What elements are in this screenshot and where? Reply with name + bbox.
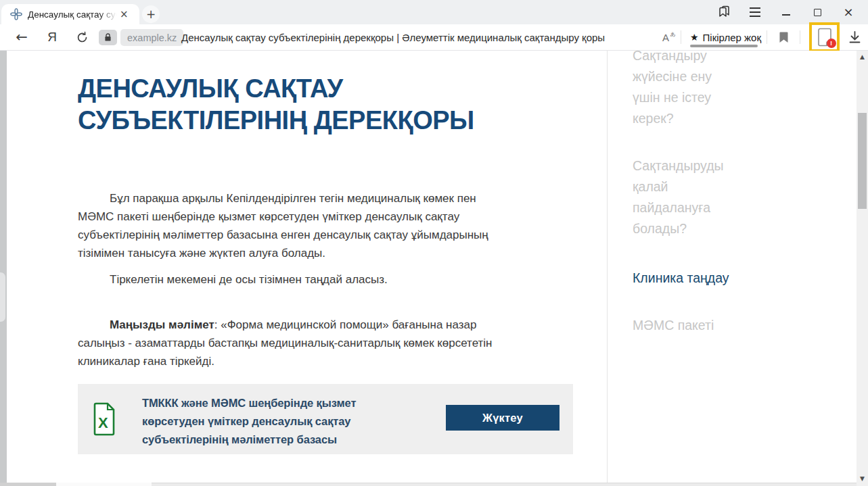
side-panel-handle[interactable] (0, 272, 5, 322)
download-button[interactable]: Жүктеу (446, 405, 559, 431)
domain-chip[interactable]: example.kz (120, 29, 183, 46)
star-icon: ★ (690, 32, 699, 43)
close-window-button[interactable]: × (833, 0, 864, 24)
scrollbar-thumb[interactable] (858, 113, 867, 209)
back-button[interactable]: ← (12, 24, 31, 50)
address-page-title[interactable]: Денсаулық сақтау субъектілерінің дерекқо… (181, 24, 605, 50)
paragraph: Бұл парақша арқылы Кепілдендірілген тегі… (78, 189, 573, 262)
sidebar-item-use-insurance[interactable]: Сақтандыруды қалай пайдалануға болады? (633, 155, 778, 239)
annotation-highlight-box: ! (809, 22, 840, 52)
site-favicon-icon (10, 8, 22, 20)
toolbar-divider (681, 30, 681, 44)
translate-icon[interactable]: Aぁ (660, 24, 678, 50)
address-toolbar: ← Я example.kz Денсаулық сақтау субъекті… (0, 24, 868, 51)
svg-text:X: X (98, 414, 108, 431)
vertical-scrollbar[interactable]: ▲ ▼ (856, 51, 868, 486)
toolbar-divider (767, 30, 767, 44)
browser-window: Денсаулық сақтау субъ × + × ← Я (0, 0, 868, 486)
sidebar-item-join-insurance[interactable]: Сақтандыру жүйесіне ену үшін не істеу ке… (633, 51, 778, 129)
downloads-icon[interactable] (844, 24, 865, 50)
page-title: ДЕНСАУЛЫҚ САҚТАУ СУБЪЕКТІЛЕРІНІҢ ДЕРЕКҚО… (78, 73, 558, 137)
alert-badge: ! (827, 39, 836, 48)
window-controls: × (708, 0, 864, 24)
bookmark-flag-icon[interactable] (774, 24, 793, 50)
excel-file-icon: X (93, 402, 116, 436)
hscrollbar-track[interactable] (152, 483, 856, 486)
page-info-icon[interactable]: ! (817, 28, 833, 47)
reviews-label: Пікірлер жоқ (703, 32, 761, 43)
browser-tab[interactable]: Денсаулық сақтау субъ × (1, 4, 139, 24)
side-panel-strip[interactable] (0, 51, 7, 483)
yandex-logo-icon[interactable]: Я (43, 24, 61, 50)
horizontal-scrollbar[interactable] (0, 483, 868, 486)
paragraph: Тіркелетін мекемені де осы тізімнен таңд… (78, 270, 573, 289)
content-divider (607, 51, 608, 483)
menu-icon[interactable] (739, 0, 771, 24)
hscrollbar-gap (56, 483, 152, 486)
download-card: X ТМККК және МӘМС шеңберінде қызмет көрс… (78, 384, 573, 454)
tab-close-icon[interactable]: × (120, 8, 129, 20)
tab-bar: Денсаулық сақтау субъ × + × (0, 0, 868, 24)
new-tab-button[interactable]: + (142, 5, 160, 23)
download-description: ТМККК және МӘМС шеңберінде қызмет көрсет… (142, 394, 413, 449)
toolbar-divider (800, 30, 800, 44)
reviews-underline (690, 45, 758, 47)
sidebar-item-mams-package[interactable]: МӘМС пакеті (633, 315, 778, 336)
refresh-icon[interactable] (73, 24, 91, 50)
scroll-up-icon[interactable]: ▲ (856, 53, 868, 60)
tab-panels-icon[interactable] (708, 0, 739, 24)
maximize-button[interactable] (802, 0, 833, 24)
tab-title: Денсаулық сақтау субъ (28, 8, 118, 20)
sidebar-item-choose-clinic[interactable]: Клиника таңдау (633, 268, 778, 289)
page-content: ДЕНСАУЛЫҚ САҚТАУ СУБЪЕКТІЛЕРІНІҢ ДЕРЕКҚО… (0, 51, 868, 483)
scroll-down-icon[interactable]: ▼ (856, 475, 868, 482)
secure-lock-icon[interactable] (99, 30, 117, 45)
paragraph: Маңызды мәлімет: «Форма медицинской помо… (78, 316, 573, 370)
minimize-button[interactable] (771, 0, 802, 24)
hscrollbar-thumb[interactable] (0, 483, 56, 486)
